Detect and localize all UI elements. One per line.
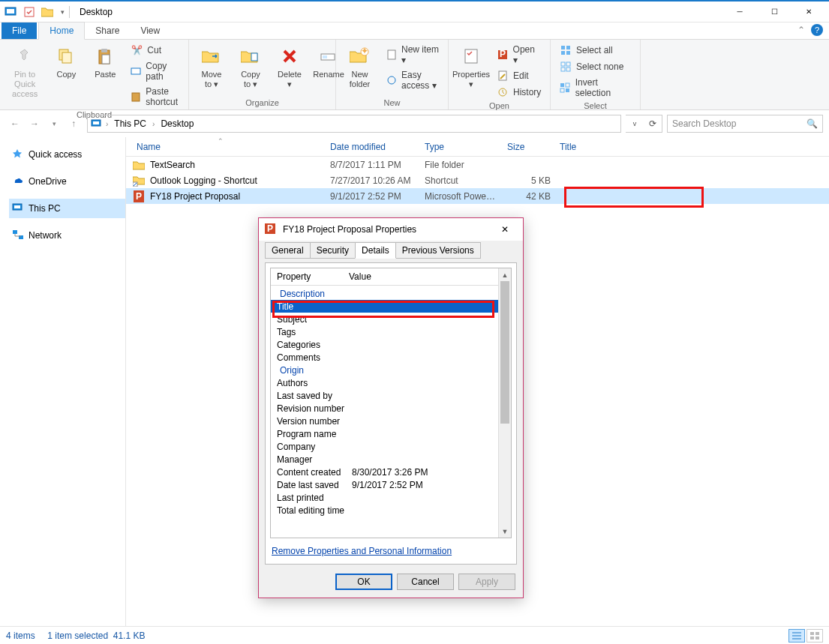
dialog-close-button[interactable]: ✕ xyxy=(493,220,517,238)
recent-locations-button[interactable]: ▾ xyxy=(45,115,63,133)
search-input[interactable]: Search Desktop 🔍 xyxy=(667,115,823,133)
scrollbar-thumb[interactable] xyxy=(500,281,509,424)
refresh-button[interactable]: ⟳ xyxy=(644,115,662,132)
address-dropdown-button[interactable]: v xyxy=(626,115,644,132)
property-row[interactable]: Last saved by xyxy=(271,389,511,402)
copy-to-button[interactable]: Copy to ▾ xyxy=(233,41,269,92)
tab-general[interactable]: General xyxy=(265,242,311,259)
view-large-icons-button[interactable] xyxy=(806,629,823,643)
breadcrumb-desktop[interactable]: Desktop xyxy=(158,117,197,130)
svg-rect-31 xyxy=(566,83,569,87)
tab-view[interactable]: View xyxy=(130,22,170,39)
property-row[interactable]: Categories xyxy=(271,338,511,351)
col-name[interactable]: Name xyxy=(132,139,326,155)
remove-properties-link[interactable]: Remove Properties and Personal Informati… xyxy=(270,538,512,559)
sidebar-item-quick-access[interactable]: Quick access xyxy=(9,145,125,164)
select-none-button[interactable]: Select none xyxy=(555,59,635,74)
history-button[interactable]: History xyxy=(492,85,545,100)
header-property[interactable]: Property xyxy=(271,268,343,285)
scroll-down-icon[interactable]: ▼ xyxy=(499,525,511,538)
view-details-button[interactable] xyxy=(788,629,805,643)
properties-button[interactable]: Properties ▾ xyxy=(453,41,489,92)
property-row[interactable]: Tags xyxy=(271,325,511,338)
table-row[interactable]: Outlook Logging - Shortcut7/27/2017 10:2… xyxy=(126,172,829,188)
property-value[interactable]: 9/1/2017 2:52 PM xyxy=(352,480,505,490)
property-row[interactable]: Content created8/30/2017 3:26 PM xyxy=(271,466,511,478)
property-row[interactable]: Program name xyxy=(271,427,511,440)
svg-rect-15 xyxy=(388,50,395,59)
property-row[interactable]: Authors xyxy=(271,376,511,389)
property-row[interactable]: Date last saved9/1/2017 2:52 PM xyxy=(271,478,511,491)
paste-icon xyxy=(93,44,117,68)
dialog-titlebar[interactable]: P FY18 Project Proposal Properties ✕ xyxy=(259,218,523,241)
paste-shortcut-button[interactable]: Paste shortcut xyxy=(126,85,184,109)
open-button[interactable]: POpen ▾ xyxy=(492,43,545,67)
status-selection: 1 item selected xyxy=(47,631,108,641)
apply-button[interactable]: Apply xyxy=(458,574,515,590)
header-value[interactable]: Value xyxy=(343,268,511,285)
col-title[interactable]: Title xyxy=(555,139,698,155)
pin-to-quick-access-button[interactable]: Pin to Quick access xyxy=(5,41,45,102)
maximize-button[interactable]: ☐ xyxy=(757,1,791,23)
move-to-button[interactable]: Move to ▾ xyxy=(194,41,230,92)
table-row[interactable]: PFY18 Project Proposal9/1/2017 2:52 PMMi… xyxy=(126,188,829,204)
select-all-button[interactable]: Select all xyxy=(555,43,635,58)
cell-name: TextSearch xyxy=(146,160,326,170)
close-button[interactable]: ✕ xyxy=(791,1,826,23)
cancel-button[interactable]: Cancel xyxy=(397,574,454,590)
sidebar-item-network[interactable]: Network xyxy=(9,226,125,245)
col-type[interactable]: Type xyxy=(420,139,503,155)
tab-security[interactable]: Security xyxy=(310,242,356,259)
ok-button[interactable]: OK xyxy=(335,574,392,590)
chevron-right-icon[interactable]: › xyxy=(152,120,155,128)
property-row[interactable]: Manager xyxy=(271,453,511,466)
property-key: Subject xyxy=(277,314,352,325)
minimize-button[interactable]: ─ xyxy=(722,1,757,23)
tab-previous-versions[interactable]: Previous Versions xyxy=(395,242,481,259)
cut-button[interactable]: ✂️Cut xyxy=(126,43,184,58)
new-folder-button[interactable]: ✦ New folder xyxy=(341,41,379,92)
invert-selection-button[interactable]: Invert selection xyxy=(555,76,635,100)
edit-button[interactable]: Edit xyxy=(492,68,545,83)
property-row[interactable]: Last printed xyxy=(271,491,511,504)
svg-rect-26 xyxy=(561,62,565,66)
chevron-right-icon[interactable]: › xyxy=(106,120,108,128)
property-row[interactable]: Company xyxy=(271,440,511,453)
copy-button[interactable]: Copy xyxy=(48,41,84,82)
property-key: Revision number xyxy=(277,403,352,414)
tab-share[interactable]: Share xyxy=(85,22,130,39)
col-date[interactable]: Date modified xyxy=(326,139,420,155)
sidebar-item-thispc[interactable]: This PC xyxy=(9,199,125,218)
property-row[interactable]: Total editing time xyxy=(271,504,511,517)
property-row[interactable]: Subject xyxy=(271,313,511,325)
qat-overflow-icon[interactable]: ▾ xyxy=(57,4,68,20)
delete-button[interactable]: Delete ▾ xyxy=(272,41,308,92)
back-button[interactable]: ← xyxy=(6,115,24,133)
tab-home[interactable]: Home xyxy=(38,22,85,40)
up-button[interactable]: ↑ xyxy=(65,115,83,133)
sidebar-item-onedrive[interactable]: OneDrive xyxy=(9,172,125,191)
collapse-ribbon-icon[interactable]: ⌃ xyxy=(797,25,805,35)
property-row[interactable]: Version number xyxy=(271,415,511,427)
scroll-up-icon[interactable]: ▲ xyxy=(499,268,511,281)
forward-button[interactable]: → xyxy=(26,115,44,133)
svg-rect-23 xyxy=(566,46,570,49)
tab-file[interactable]: File xyxy=(2,22,37,39)
property-key: Company xyxy=(277,442,352,452)
help-icon[interactable]: ? xyxy=(811,24,823,36)
property-row[interactable]: Revision number xyxy=(271,402,511,415)
vertical-scrollbar[interactable]: ▲ ▼ xyxy=(498,268,511,538)
copy-path-button[interactable]: Copy path xyxy=(126,59,184,83)
new-item-button[interactable]: New item ▾ xyxy=(382,43,443,67)
col-size[interactable]: Size xyxy=(503,139,555,155)
address-bar[interactable]: › This PC › Desktop xyxy=(87,115,621,133)
property-row[interactable]: Title xyxy=(271,300,511,313)
paste-button[interactable]: Paste xyxy=(87,41,123,82)
table-row[interactable]: TextSearch8/7/2017 1:11 PMFile folder xyxy=(126,157,829,172)
property-row[interactable]: Comments xyxy=(271,351,511,364)
breadcrumb-thispc[interactable]: This PC xyxy=(111,117,149,130)
property-value[interactable]: 8/30/2017 3:26 PM xyxy=(352,467,505,478)
qat-properties-icon[interactable] xyxy=(21,4,38,20)
tab-details[interactable]: Details xyxy=(355,242,396,259)
easy-access-button[interactable]: Easy access ▾ xyxy=(382,68,443,92)
